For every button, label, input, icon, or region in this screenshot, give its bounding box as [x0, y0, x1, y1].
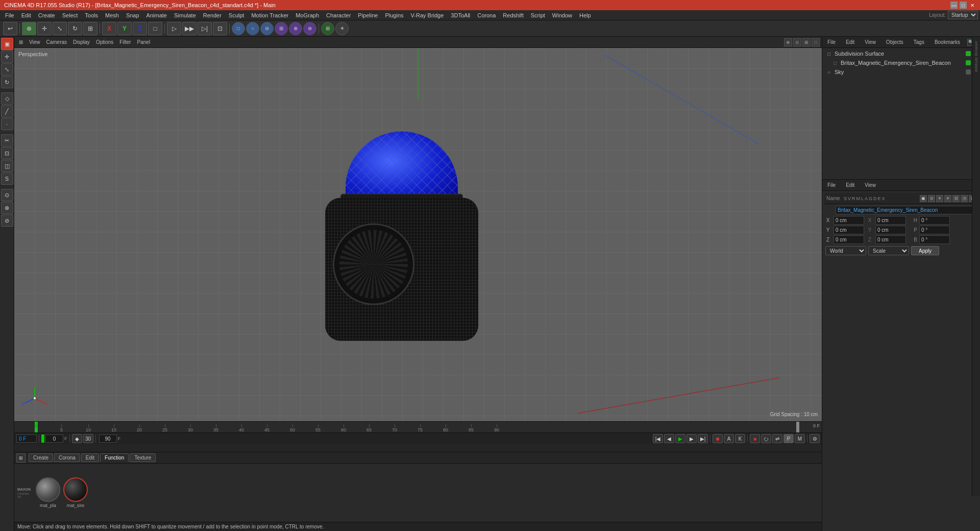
vp-options-btn[interactable]: Options	[93, 39, 116, 45]
menu-select[interactable]: Select	[59, 11, 81, 19]
am-tab-edit[interactable]: Edit	[843, 181, 857, 189]
left-tool-extrude[interactable]: ⊡	[1, 147, 13, 159]
tl-green-marker[interactable]	[41, 435, 44, 443]
rotate-tool[interactable]: ↻	[68, 22, 82, 35]
left-tool-rotate[interactable]: ↻	[1, 76, 13, 88]
left-tool-magnet[interactable]: ⊙	[1, 189, 13, 201]
render-active-button[interactable]: ▷	[167, 22, 181, 35]
tl-key-all-btn[interactable]: K	[735, 434, 745, 443]
maximize-button[interactable]: □	[960, 2, 967, 9]
vp-icon-2[interactable]: ⊙	[793, 38, 801, 46]
move-tool[interactable]: ✛	[37, 22, 52, 35]
am-tab-file[interactable]: File	[824, 181, 839, 189]
layout-dropdown[interactable]: Startup	[948, 11, 978, 19]
tl-motion-mode[interactable]: M	[795, 434, 805, 443]
render-region-button[interactable]: ⊡	[213, 22, 227, 35]
menu-vray[interactable]: V-Ray Bridge	[408, 11, 447, 19]
transform-tool[interactable]: ⊞	[83, 22, 97, 35]
viewport-canvas[interactable]: Perspective	[14, 48, 822, 421]
tl-pingpong-mode[interactable]: ⇌	[772, 434, 782, 443]
om-tab-view[interactable]: View	[862, 38, 879, 46]
tab-create[interactable]: Create	[29, 453, 53, 462]
tl-set-keyframe-btn[interactable]: ◆	[72, 434, 82, 443]
light-tool[interactable]: ☀	[335, 22, 349, 35]
menu-render[interactable]: Render	[200, 11, 225, 19]
live-select-tool[interactable]: ⊕	[22, 22, 36, 35]
tab-texture[interactable]: Texture	[130, 453, 156, 462]
vp-view-btn[interactable]: View	[27, 39, 43, 45]
undo-button[interactable]: ↩	[3, 22, 17, 35]
menu-create[interactable]: Create	[35, 11, 58, 19]
coord-x-scale[interactable]	[875, 216, 906, 225]
left-tool-paint[interactable]: ⊗	[1, 202, 13, 214]
vp-icons-btn[interactable]: ⊞	[16, 39, 26, 45]
menu-motion-tracker[interactable]: Motion Tracker	[248, 11, 291, 19]
menu-script[interactable]: Script	[528, 11, 548, 19]
close-button[interactable]: ✕	[969, 2, 976, 9]
menu-animate[interactable]: Animate	[143, 11, 170, 19]
world-dropdown[interactable]: World	[825, 246, 866, 255]
tl-goto-end-btn[interactable]: ▶|	[698, 434, 708, 443]
tl-step-fwd-btn[interactable]: ▶	[687, 434, 697, 443]
attr-icon-2[interactable]: ⊙	[928, 195, 935, 202]
boole-tool[interactable]: ⊕	[289, 22, 302, 35]
menu-help[interactable]: Help	[576, 11, 594, 19]
om-tab-edit[interactable]: Edit	[843, 38, 857, 46]
cloner-tool[interactable]: ⊛	[303, 22, 316, 35]
left-tool-move[interactable]: ✛	[1, 51, 13, 63]
attribute-browser-tab[interactable]: Attribute Browser	[974, 39, 978, 74]
om-tab-objects[interactable]: Objects	[883, 38, 906, 46]
menu-plugins[interactable]: Plugins	[382, 11, 406, 19]
menu-mesh[interactable]: Mesh	[102, 11, 122, 19]
menu-tools[interactable]: Tools	[82, 11, 101, 19]
left-tool-polygon[interactable]: ◇	[1, 92, 13, 105]
tl-end-frame-input[interactable]	[99, 435, 117, 443]
menu-simulate[interactable]: Simulate	[171, 11, 199, 19]
left-tool-knife[interactable]: ✂	[1, 134, 13, 147]
coord-p-angle[interactable]	[919, 226, 950, 234]
vp-icon-4[interactable]: □	[812, 38, 820, 46]
tl-goto-start-btn[interactable]: |◀	[653, 434, 663, 443]
tab-function[interactable]: Function	[100, 453, 129, 462]
tl-step-back-btn[interactable]: ◀	[664, 434, 674, 443]
om-tab-bookmarks[interactable]: Bookmarks	[932, 38, 963, 46]
coord-z-scale[interactable]	[875, 235, 906, 244]
cube-tool[interactable]: □	[232, 22, 245, 35]
sphere-tool[interactable]: ○	[246, 22, 259, 35]
cylinder-tool[interactable]: ⊖	[260, 22, 274, 35]
menu-snap[interactable]: Snap	[123, 11, 142, 19]
tab-edit[interactable]: Edit	[81, 453, 99, 462]
menu-sculpt[interactable]: Sculpt	[226, 11, 248, 19]
menu-corona[interactable]: Corona	[474, 11, 499, 19]
tl-record-mode[interactable]: P	[783, 434, 794, 443]
object-item-sky[interactable]: ○ Sky	[823, 67, 979, 77]
menu-pipeline[interactable]: Pipeline	[355, 11, 381, 19]
scale-dropdown[interactable]: Scale	[868, 246, 909, 255]
timeline-end-marker[interactable]	[796, 422, 799, 433]
scale-tool[interactable]: ⤡	[53, 22, 67, 35]
coord-z-pos[interactable]	[834, 235, 864, 244]
material-mat-sire[interactable]: mat_sire	[63, 477, 88, 508]
tl-stop-mode[interactable]: ■	[750, 434, 760, 443]
tl-play-btn[interactable]: ▶	[675, 434, 685, 443]
menu-edit[interactable]: Edit	[18, 11, 34, 19]
coord-y-pos[interactable]	[834, 226, 864, 234]
tl-fps-btn[interactable]: 30	[83, 434, 93, 443]
coord-y-scale[interactable]	[875, 226, 906, 234]
left-tool-bevel[interactable]: ◫	[1, 160, 13, 172]
apply-button[interactable]: Apply	[911, 246, 939, 255]
world-axis-button[interactable]: □	[148, 22, 162, 35]
menu-character[interactable]: Character	[323, 11, 354, 19]
vp-panel-btn[interactable]: Panel	[135, 39, 153, 45]
left-tool-brush[interactable]: S	[1, 173, 13, 185]
tl-record-btn[interactable]: ⏺	[713, 434, 723, 443]
menu-redshift[interactable]: Redshift	[500, 11, 526, 19]
left-tool-smooth[interactable]: ⊘	[1, 214, 13, 227]
coord-b-angle[interactable]	[919, 235, 950, 244]
x-axis-button[interactable]: X	[102, 22, 116, 35]
object-item-britax[interactable]: □ Britax_Magnetic_Emergency_Siren_Beacon	[823, 58, 979, 67]
vp-icon-1[interactable]: ⊕	[784, 38, 792, 46]
name-input-field[interactable]	[836, 206, 977, 214]
attr-icon-3[interactable]: ≡	[936, 195, 943, 202]
left-tool-scale[interactable]: ⤡	[1, 63, 13, 76]
